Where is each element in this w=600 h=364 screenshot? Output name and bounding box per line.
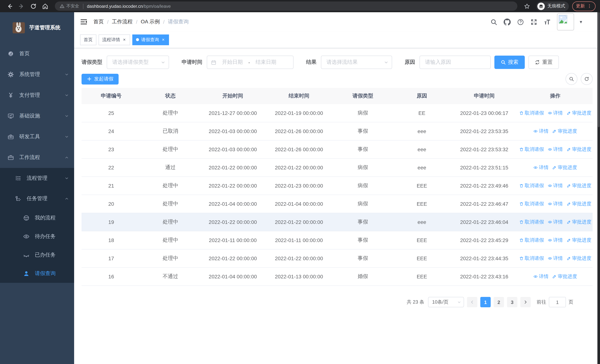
result-select[interactable]: 请选择流结果 <box>321 56 392 69</box>
table-row[interactable]: 18处理中2022-01-11 00:00:002022-01-11 00:00… <box>82 231 593 250</box>
approval-progress-link[interactable]: 审批进度 <box>567 219 591 225</box>
github-icon[interactable] <box>504 18 511 25</box>
tag-item[interactable]: 首页 <box>80 34 96 45</box>
refresh-table-button[interactable] <box>581 73 593 85</box>
bookmark-star-icon[interactable] <box>524 3 530 9</box>
pen-icon <box>552 274 557 279</box>
browser-update-button[interactable]: 更新 <box>572 1 596 11</box>
approval-progress-link[interactable]: 审批进度 <box>567 237 591 243</box>
sidebar-item-基础设施[interactable]: 基础设施 <box>0 106 74 126</box>
approval-progress-link[interactable]: 审批进度 <box>567 146 591 153</box>
home-icon[interactable] <box>42 3 48 9</box>
sidebar-fold-icon[interactable] <box>80 18 87 26</box>
sidebar-item-待办任务[interactable]: 待办任务 <box>0 227 74 246</box>
leave-type-select[interactable]: 请选择请假类型 <box>107 56 169 69</box>
cell-reason: EEE <box>393 237 450 243</box>
chevron-down-icon <box>457 300 461 304</box>
approval-progress-link[interactable]: 审批进度 <box>567 255 591 262</box>
sidebar-item-工作流程[interactable]: 工作流程 <box>0 147 74 168</box>
cancel-leave-link[interactable]: 取消请假 <box>519 146 544 153</box>
sidebar-item-请假查询[interactable]: 请假查询 <box>0 264 74 283</box>
goto-page-input[interactable]: 1 <box>549 297 566 307</box>
cancel-leave-link[interactable]: 取消请假 <box>519 182 544 189</box>
cell-actions: 取消请假详情审批进度 <box>518 182 593 189</box>
detail-link[interactable]: 详情 <box>548 146 563 153</box>
page-button-1[interactable]: 1 <box>480 297 491 307</box>
toggle-search-button[interactable] <box>565 73 577 85</box>
breadcrumb-item[interactable]: 首页 <box>94 19 104 25</box>
detail-link[interactable]: 详情 <box>548 201 563 207</box>
font-size-icon[interactable] <box>544 18 551 25</box>
detail-link[interactable]: 详情 <box>548 182 563 189</box>
next-page-button[interactable] <box>520 297 531 307</box>
start-date-input[interactable]: 开始日期 <box>219 59 245 65</box>
table-row[interactable]: 25处理中2021-12-27 00:00:002022-01-19 00:00… <box>82 104 593 122</box>
table-row[interactable]: 23处理中2022-01-03 00:00:002022-01-26 00:00… <box>82 140 593 159</box>
table-row[interactable]: 17处理中2022-01-22 00:00:002022-01-22 00:00… <box>82 250 593 268</box>
approval-progress-link[interactable]: 审批进度 <box>552 164 577 171</box>
cancel-leave-link[interactable]: 取消请假 <box>519 201 544 207</box>
close-icon[interactable]: × <box>161 37 165 42</box>
user-avatar[interactable] <box>557 13 574 30</box>
reason-input[interactable]: 请输入原因 <box>420 56 491 69</box>
cell-apply_time: 2022-01-22 23:53:35 <box>450 128 518 134</box>
tag-active[interactable]: 请假查询× <box>132 34 169 45</box>
approval-progress-link[interactable]: 审批进度 <box>552 273 577 280</box>
page-button-2[interactable]: 2 <box>494 297 504 307</box>
page-size-select[interactable]: 10条/页 <box>428 297 464 307</box>
table-row[interactable]: 22通过2022-01-22 00:00:002022-01-22 00:00:… <box>82 159 593 177</box>
sidebar-item-首页[interactable]: 首页 <box>0 43 74 64</box>
fullscreen-icon[interactable] <box>530 18 537 25</box>
breadcrumb-separator: / <box>163 19 165 25</box>
sidebar-item-流程管理[interactable]: 流程管理 <box>0 168 74 188</box>
detail-link[interactable]: 详情 <box>548 237 563 243</box>
create-leave-button[interactable]: 发起请假 <box>82 74 119 84</box>
search-button[interactable]: 搜索 <box>494 56 525 69</box>
sidebar-item-我的流程[interactable]: 我的流程 <box>0 209 74 227</box>
reload-icon[interactable] <box>30 3 37 9</box>
detail-link[interactable]: 详情 <box>534 273 549 280</box>
prev-page-button[interactable] <box>467 297 477 307</box>
cancel-leave-link[interactable]: 取消请假 <box>519 237 544 243</box>
table-row[interactable]: 21处理中2022-01-22 00:00:002022-01-23 00:00… <box>82 177 593 195</box>
close-icon[interactable]: × <box>122 37 126 42</box>
table-row[interactable]: 20处理中2022-01-04 00:00:002022-01-04 00:00… <box>82 195 593 213</box>
cancel-leave-link[interactable]: 取消请假 <box>519 219 544 225</box>
sidebar-item-研发工具[interactable]: 研发工具 <box>0 126 74 147</box>
detail-link[interactable]: 详情 <box>548 110 563 116</box>
kebab-menu-icon[interactable] <box>587 4 592 9</box>
sidebar-item-系统管理[interactable]: 系统管理 <box>0 64 74 85</box>
approval-progress-link[interactable]: 审批进度 <box>567 201 591 207</box>
search-icon[interactable] <box>490 18 497 25</box>
detail-link[interactable]: 详情 <box>548 219 563 225</box>
detail-link[interactable]: 详情 <box>548 255 563 262</box>
sidebar-item-支付管理[interactable]: 支付管理 <box>0 85 74 106</box>
table-row[interactable]: 19处理中2022-01-22 00:00:002022-01-22 00:00… <box>82 213 593 231</box>
detail-link[interactable]: 详情 <box>534 164 549 171</box>
window-scrollbar[interactable] <box>597 12 600 364</box>
table-row[interactable]: 16不通过2022-01-04 00:00:002022-01-13 00:00… <box>82 268 593 286</box>
back-arrow-icon[interactable] <box>6 3 13 9</box>
forward-arrow-icon[interactable] <box>18 3 25 9</box>
cancel-leave-link[interactable]: 取消请假 <box>519 110 544 116</box>
total-count: 共 23 条 <box>407 299 424 305</box>
page-button-3[interactable]: 3 <box>507 297 517 307</box>
sidebar-item-已办任务[interactable]: 已办任务 <box>0 246 74 264</box>
scrollbar-thumb[interactable] <box>598 12 600 127</box>
breadcrumb-item[interactable]: OA 示例 <box>141 19 160 25</box>
reset-button[interactable]: 重置 <box>528 56 559 69</box>
approval-progress-link[interactable]: 审批进度 <box>552 128 577 135</box>
sidebar-item-任务管理[interactable]: 任务管理 <box>0 188 74 209</box>
approval-progress-link[interactable]: 审批进度 <box>567 182 591 189</box>
help-icon[interactable] <box>517 18 524 25</box>
cancel-leave-link[interactable]: 取消请假 <box>519 255 544 262</box>
address-bar[interactable]: 不安全 dashboard.yudao.iocoder.cn/bpm/oa/le… <box>55 1 517 11</box>
tag-item[interactable]: 流程详情× <box>99 34 130 45</box>
detail-link[interactable]: 详情 <box>534 128 549 135</box>
approval-progress-link[interactable]: 审批进度 <box>567 110 591 116</box>
breadcrumb-item[interactable]: 工作流程 <box>112 19 133 25</box>
apply-time-range-picker[interactable]: 开始日期 - 结束日期 <box>207 56 293 69</box>
table-row[interactable]: 24已取消2022-01-03 00:00:002022-01-26 00:00… <box>82 122 593 140</box>
caret-down-icon[interactable]: ▼ <box>579 20 583 24</box>
end-date-input[interactable]: 结束日期 <box>253 59 279 65</box>
